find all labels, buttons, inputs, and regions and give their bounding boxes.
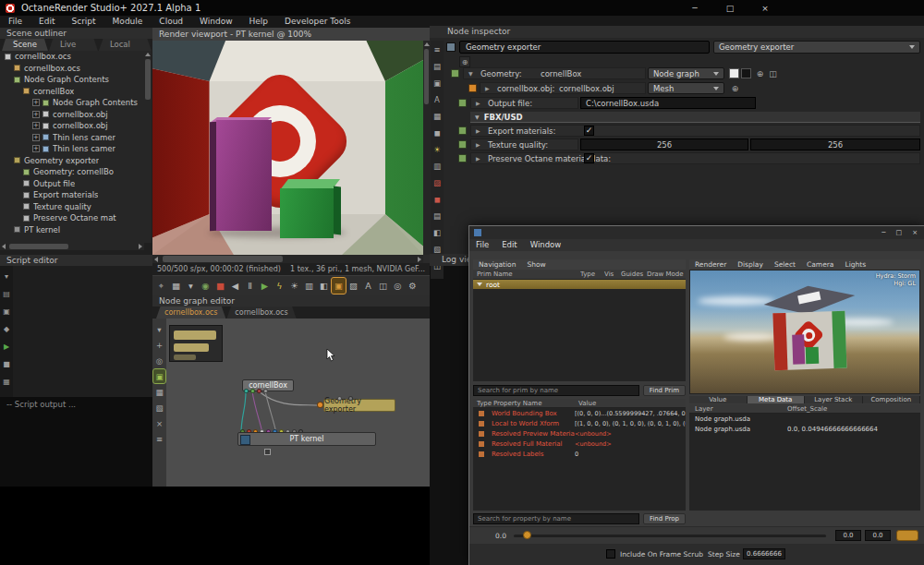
text-overlay-icon[interactable]: A	[361, 278, 375, 294]
texture-quality-x-field[interactable]: 256	[580, 138, 748, 150]
usdview-window[interactable]: ─□× FileEditWindow NavigationShow Prim N…	[469, 226, 924, 565]
texture-quality-row[interactable]: ▶ Texture quality:	[470, 138, 578, 150]
preview-toggle-icon[interactable]: ◫	[767, 67, 779, 79]
subsample-icon[interactable]: ▥	[302, 278, 316, 294]
tree-item-cornellbox[interactable]: cornellBox	[0, 86, 144, 98]
viewport-vertical-scrollbar[interactable]	[423, 41, 430, 255]
node-pin[interactable]	[263, 389, 268, 393]
imager-icon[interactable]: ▥	[432, 160, 443, 173]
tree-item-node-graph-contents[interactable]: Node Graph Contents	[0, 74, 144, 86]
usdview-menu-show[interactable]: Show	[521, 259, 551, 270]
property-row-resolved-preview-material[interactable]: Resolved Preview Material<unbound>	[473, 428, 686, 439]
script-editor-header[interactable]: Script editor	[0, 255, 152, 266]
render-image[interactable]	[152, 41, 423, 255]
property-row-resolved-labels[interactable]: Resolved Labels0	[473, 449, 686, 459]
include-scrub-checkbox[interactable]	[606, 549, 615, 559]
tree-item-node-graph-contents[interactable]: +Node Graph Contents	[0, 97, 144, 109]
usdview-menu-camera[interactable]: Camera	[801, 259, 839, 270]
tree-item-thin-lens-camer[interactable]: +Thin lens camer	[0, 143, 144, 155]
picker-dropdown-icon[interactable]: ▾	[184, 278, 198, 294]
split-view-icon[interactable]: ◧	[317, 278, 331, 294]
render-target-icon[interactable]: ⊕	[729, 82, 741, 94]
tree-expander-icon[interactable]: +	[32, 134, 40, 141]
save-script-icon[interactable]: ◆	[1, 321, 12, 336]
inspector-tab-composition[interactable]: Composition	[863, 396, 921, 403]
collapse-panel-icon[interactable]: ▾	[1, 269, 12, 283]
pick-target-icon[interactable]: ⌖	[154, 278, 168, 294]
playback-button[interactable]	[896, 530, 918, 541]
scrollbar-thumb[interactable]	[145, 59, 151, 100]
graph-node-geometry-exporter[interactable]: Geometry exporter	[323, 399, 395, 412]
minimize-button[interactable]: ─	[687, 4, 702, 13]
white-swatch[interactable]	[729, 68, 739, 78]
black-swatch[interactable]	[741, 68, 751, 78]
exporter-input-pin[interactable]	[317, 402, 323, 408]
expander-icon[interactable]: ▼	[468, 70, 476, 77]
graph-tab-0[interactable]: cornellbox.ocs	[156, 307, 225, 319]
tree-item-geometry-exporter[interactable]: Geometry exporter	[0, 155, 144, 167]
tree-expander-icon[interactable]: +	[32, 99, 40, 106]
pause-render-icon[interactable]: Ⅱ	[243, 278, 257, 294]
selected-node-name-field[interactable]: Geometry exporter	[459, 41, 710, 54]
compare-icon[interactable]: ◧	[432, 226, 443, 239]
expander-icon[interactable]: ▶	[476, 127, 483, 134]
mesh-type-dropdown[interactable]: Mesh	[648, 82, 724, 94]
expander-icon[interactable]: ▶	[485, 85, 492, 91]
property-row-world-bounding-box[interactable]: World Bounding Box[(0, 0, 0)...(0.559999…	[473, 408, 686, 418]
outliner-tab-live-db[interactable]: Live DB	[49, 39, 98, 51]
find-prop-button[interactable]: Find Prop	[643, 513, 686, 524]
scrollbar-thumb[interactable]	[163, 256, 283, 262]
prim-search-input[interactable]	[473, 385, 639, 396]
timeline-track[interactable]	[514, 535, 826, 537]
scroll-left-icon[interactable]	[2, 244, 6, 249]
title-bar[interactable]: OctaneRender Studio+ 2027.1 Alpha 1 ─□×	[0, 0, 924, 16]
usdview-maximize-button[interactable]: □	[896, 229, 903, 236]
step-size-field[interactable]: 0.6666666	[743, 548, 785, 559]
link-node-icon[interactable]: ⊕	[459, 56, 470, 67]
environment-icon[interactable]: ☀	[432, 143, 443, 156]
tree-expander-icon[interactable]: +	[32, 145, 40, 152]
expander-icon[interactable]: ▶	[476, 141, 483, 148]
fbx-usd-section-header[interactable]: ▼ FBX/USD	[470, 112, 920, 123]
tree-item-cornellbox-obj[interactable]: +cornellbox.obj	[0, 109, 144, 121]
outliner-tab-local-db[interactable]: Local DB	[99, 39, 152, 51]
tree-item-cornellbox-ocs[interactable]: cornellbox.ocs	[0, 51, 144, 63]
stop-render-icon[interactable]: ■	[213, 278, 227, 294]
tree-item-pt-kernel[interactable]: PT kernel	[0, 224, 144, 236]
node-graph-canvas[interactable]: ▾+◎▣▦▧×≡ cornellBox Geometry exporter	[152, 319, 430, 487]
info-icon[interactable]: ≡	[432, 43, 443, 56]
menu-item-cloud[interactable]: Cloud	[151, 16, 191, 28]
material-ball-icon[interactable]: ◉	[199, 278, 213, 294]
lock-icon[interactable]: ◼	[432, 126, 443, 139]
menu-item-module[interactable]: Module	[104, 16, 152, 28]
tree-item-preserve-octane-mat[interactable]: Preserve Octane mat	[0, 212, 144, 224]
tree-item-cornellbox-ocs[interactable]: cornellbox.ocs	[0, 63, 144, 75]
expander-icon[interactable]: ▼	[475, 114, 480, 120]
output-file-value[interactable]: C:\cornellBox.usda	[580, 97, 756, 109]
denoiser-icon[interactable]: ◼	[432, 193, 443, 206]
scroll-right-icon[interactable]	[418, 257, 421, 262]
viewport-horizontal-scrollbar[interactable]	[152, 255, 423, 263]
menu-item-script[interactable]: Script	[64, 16, 104, 28]
menu-item-window[interactable]: Window	[191, 16, 241, 28]
script-output-area[interactable]: -- Script output ...	[0, 397, 152, 487]
texture-quality-y-field[interactable]: 256	[750, 138, 920, 150]
new-script-icon[interactable]: ▤	[1, 286, 12, 301]
frame-field-1[interactable]: 0.0	[835, 530, 861, 541]
tree-item-output-file[interactable]: Output file	[0, 178, 144, 190]
usd-3d-viewport[interactable]: Hydra: StormHgi: GL	[689, 270, 920, 394]
film-settings-icon[interactable]: ▨	[432, 176, 443, 189]
usdview-menu-file[interactable]: File	[469, 239, 495, 251]
property-search-input[interactable]	[473, 513, 639, 524]
tree-item-geometry-cornellbo[interactable]: Geometry: cornellBo	[0, 166, 144, 178]
tree-item-export-materials[interactable]: Export materials	[0, 189, 144, 201]
render-viewport-header[interactable]: Render viewport - PT kernel @ 100%	[152, 28, 430, 41]
render-passes-icon[interactable]: ▣	[332, 278, 346, 294]
find-prim-button[interactable]: Find Prim	[643, 385, 686, 396]
clay-mode-icon[interactable]: ☀	[287, 278, 301, 294]
grid-icon[interactable]: ▦	[432, 110, 443, 123]
usdview-menu-select[interactable]: Select	[769, 259, 801, 270]
usdview-menu-navigation[interactable]: Navigation	[473, 259, 521, 270]
property-row-local-to-world-xform[interactable]: Local to World Xform[(1, 0, 0, 0), (0, 1…	[473, 418, 686, 428]
viewport-settings-icon[interactable]: ⚙	[406, 278, 419, 294]
